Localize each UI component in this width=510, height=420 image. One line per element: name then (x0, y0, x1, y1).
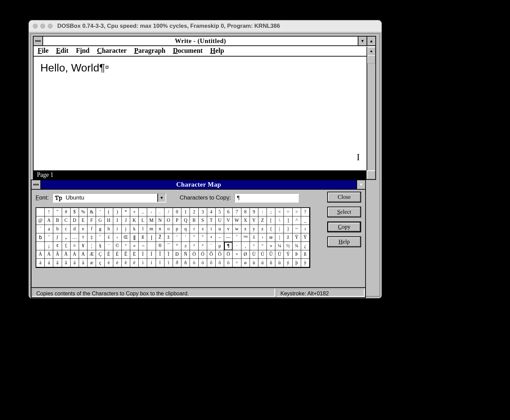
char-cell[interactable]: X (241, 216, 250, 225)
char-cell[interactable]: … (71, 233, 79, 242)
char-cell[interactable]: h (105, 225, 113, 233)
char-cell[interactable]: \ (275, 216, 284, 225)
char-cell[interactable]: + (130, 208, 139, 216)
char-cell[interactable]: Ô (207, 250, 216, 259)
char-cell[interactable]: – (216, 233, 224, 242)
char-cell[interactable]: Å (79, 250, 87, 259)
char-cell[interactable]: R (190, 216, 198, 225)
char-cell[interactable]: ò (190, 259, 198, 267)
char-cell[interactable]: g (96, 225, 104, 233)
char-cell[interactable]: @ (36, 216, 45, 225)
char-cell[interactable]: Í (147, 250, 156, 259)
char-cell[interactable]: ß (301, 250, 310, 259)
char-cell[interactable]: ³ (199, 242, 207, 250)
char-cell[interactable]: ¤ (71, 242, 79, 250)
char-cell[interactable]: ˜ (233, 233, 241, 242)
char-cell[interactable]: ¢ (53, 242, 62, 250)
char-cell[interactable]: { (267, 225, 275, 233)
char-cell[interactable]: [ (267, 216, 275, 225)
char-cell[interactable]: Ý (284, 250, 292, 259)
char-cell[interactable]: û (267, 259, 275, 267)
char-cell[interactable]: § (96, 242, 104, 250)
char-cell[interactable]: < (275, 208, 284, 216)
char-cell[interactable]: ž (284, 233, 292, 242)
char-cell[interactable]: | (275, 225, 284, 233)
char-cell[interactable]: " (199, 233, 207, 242)
char-cell[interactable]: ǀ (147, 233, 156, 242)
menu-document[interactable]: Document (173, 47, 203, 55)
char-cell[interactable]: ž (164, 233, 173, 242)
write-minimize-button[interactable]: ▼ (358, 37, 367, 45)
char-cell[interactable]: S (199, 216, 207, 225)
char-cell[interactable]: a (45, 225, 53, 233)
char-cell[interactable]: » (267, 242, 275, 250)
char-cell[interactable]: L (139, 216, 147, 225)
char-cell[interactable]: « (130, 242, 139, 250)
char-cell[interactable]: À (36, 250, 45, 259)
char-cell[interactable]: , (139, 208, 147, 216)
char-cell[interactable]: þ (293, 259, 301, 267)
zoom-traffic-icon[interactable] (48, 24, 53, 28)
char-cell[interactable]: Ÿ (293, 233, 301, 242)
char-cell[interactable]: ¼ (275, 242, 284, 250)
char-cell[interactable]: ˆ (96, 233, 104, 242)
char-cell[interactable]: r (190, 225, 198, 233)
char-cell[interactable]: à (36, 259, 45, 267)
char-cell[interactable]: Æ (87, 250, 96, 259)
close-button[interactable]: Close (327, 192, 361, 203)
menu-paragraph[interactable]: Paragraph (134, 47, 165, 55)
char-cell[interactable]: # (62, 208, 71, 216)
char-cell[interactable]: v (224, 225, 233, 233)
close-traffic-icon[interactable] (33, 24, 38, 28)
char-cell[interactable]: Ä (71, 250, 79, 259)
char-cell[interactable]: è (105, 259, 113, 267)
char-cell[interactable]: Ÿ (301, 233, 310, 242)
char-cell[interactable]: ª (122, 242, 130, 250)
char-cell[interactable]: Ù (250, 250, 258, 259)
char-cell[interactable]: p (173, 225, 181, 233)
char-cell[interactable]: e (79, 225, 87, 233)
char-cell[interactable]: ô (207, 259, 216, 267)
char-cell[interactable]: - (147, 208, 156, 216)
char-cell[interactable]: ± (181, 242, 190, 250)
char-cell[interactable]: Õ (216, 250, 224, 259)
menu-character[interactable]: Character (97, 47, 127, 55)
char-cell[interactable]: ¹ (250, 242, 258, 250)
char-cell[interactable]: Â (53, 250, 62, 259)
char-cell[interactable]: Œ (122, 233, 130, 242)
char-cell[interactable]: N (156, 216, 164, 225)
char-cell[interactable]: 1 (181, 208, 190, 216)
char-cell[interactable]: † (79, 233, 87, 242)
scroll-up-button[interactable]: ▲ (367, 47, 375, 55)
select-button[interactable]: Select (327, 207, 361, 217)
char-cell[interactable]: $ (71, 208, 79, 216)
char-cell[interactable]: ß (139, 233, 147, 242)
char-cell[interactable]: Ã (62, 250, 71, 259)
char-cell[interactable]: T (207, 216, 216, 225)
char-cell[interactable]: ð (173, 259, 181, 267)
char-cell[interactable]: ¬ (139, 242, 147, 250)
write-document-area[interactable]: Hello, World¶¤ I (34, 57, 367, 170)
char-cell[interactable]: ² (190, 242, 198, 250)
char-cell[interactable]: µ (216, 242, 224, 250)
char-cell[interactable]: } (284, 225, 292, 233)
char-cell[interactable]: Ò (190, 250, 198, 259)
char-cell[interactable]: O (164, 216, 173, 225)
characters-to-copy-input[interactable] (234, 193, 299, 203)
char-cell[interactable]: M (147, 216, 156, 225)
char-cell[interactable]: 0 (173, 208, 181, 216)
char-cell[interactable]: = (284, 208, 292, 216)
char-cell[interactable]: é (113, 259, 122, 267)
char-cell[interactable]: › (258, 233, 267, 242)
char-cell[interactable]: ¥ (79, 242, 87, 250)
char-cell[interactable]: % (79, 208, 87, 216)
char-cell[interactable]: H (105, 216, 113, 225)
char-cell[interactable]: j (122, 225, 130, 233)
char-cell[interactable]: £ (62, 242, 71, 250)
char-cell[interactable]: s (199, 225, 207, 233)
char-cell[interactable]: å (79, 259, 87, 267)
char-cell[interactable]: š (105, 233, 113, 242)
char-cell[interactable]: y (250, 225, 258, 233)
menu-edit[interactable]: Edit (56, 47, 68, 55)
menu-help[interactable]: Help (210, 47, 224, 55)
